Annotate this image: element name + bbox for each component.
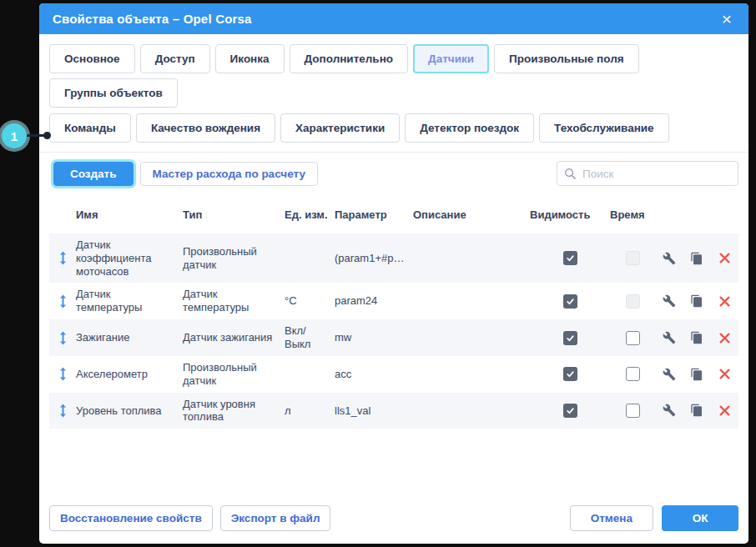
sensor-row-5: Уровень топливаДатчик уровня топливалlls… bbox=[49, 393, 738, 429]
sensor-parameter: acc bbox=[335, 363, 413, 386]
delete-sensor-icon[interactable] bbox=[718, 404, 732, 418]
time-checkbox-unchecked[interactable] bbox=[626, 331, 640, 345]
sensor-parameter: mw bbox=[335, 326, 413, 349]
row-drag-handle[interactable] bbox=[58, 367, 68, 381]
sensor-row-1: Датчик коэффициента моточасовПроизвольны… bbox=[49, 233, 738, 284]
sensor-description bbox=[413, 333, 530, 343]
delete-sensor-icon[interactable] bbox=[718, 251, 732, 265]
row-drag-handle[interactable] bbox=[58, 251, 68, 265]
tabs-section: ОсновноеДоступИконкаДополнительноДатчики… bbox=[39, 34, 748, 152]
sensor-name: Датчик температуры bbox=[76, 283, 183, 319]
sensor-properties-wrench-icon[interactable] bbox=[661, 293, 678, 309]
copy-sensor-icon[interactable] bbox=[688, 250, 705, 267]
sensor-parameter: param24 bbox=[335, 289, 413, 313]
sensor-unit bbox=[285, 369, 335, 379]
sensor-unit: Вкл/Выкл bbox=[285, 319, 335, 356]
tab-trip-detector[interactable]: Детектор поездок bbox=[405, 113, 534, 143]
row-drag-handle[interactable] bbox=[58, 294, 68, 309]
time-checkbox-unchecked[interactable] bbox=[626, 404, 640, 418]
copy-sensor-icon[interactable] bbox=[688, 402, 705, 419]
sensor-row-2: Датчик температурыДатчик температуры°Cpa… bbox=[49, 283, 738, 319]
column-header-name: Имя bbox=[76, 203, 183, 227]
tab-driving-quality[interactable]: Качество вождения bbox=[136, 113, 275, 143]
column-header-param: Параметр bbox=[335, 203, 413, 227]
time-checkbox-disabled bbox=[626, 251, 640, 265]
visibility-checkbox-checked[interactable] bbox=[563, 331, 577, 345]
delete-sensor-icon[interactable] bbox=[718, 367, 732, 381]
tab-commands[interactable]: Команды bbox=[49, 113, 131, 143]
close-icon[interactable]: × bbox=[718, 8, 735, 29]
sensor-unit: л bbox=[285, 399, 335, 423]
column-header-visibility: Видимость bbox=[530, 203, 610, 227]
sensor-properties-wrench-icon[interactable] bbox=[661, 402, 678, 419]
sensor-name: Датчик коэффициента моточасов bbox=[76, 233, 183, 284]
ok-button[interactable]: ОК bbox=[662, 505, 738, 531]
column-header-unit: Ед. изм. bbox=[285, 203, 335, 227]
delete-sensor-icon[interactable] bbox=[718, 331, 732, 345]
tab-custom-fields[interactable]: Произвольные поля bbox=[494, 44, 639, 73]
row-drag-handle[interactable] bbox=[58, 404, 68, 418]
dialog-footer: Восстановление свойств Экспорт в файл От… bbox=[39, 497, 748, 544]
object-properties-dialog: Свойства объекта – Opel Corsa × Основное… bbox=[39, 3, 748, 544]
tab-icon[interactable]: Иконка bbox=[215, 44, 285, 73]
callout-badge-1: 1 bbox=[2, 123, 27, 148]
tab-access[interactable]: Доступ bbox=[140, 44, 210, 73]
column-header-description: Описание bbox=[413, 203, 530, 227]
tab-maintenance[interactable]: Техобслуживание bbox=[539, 113, 669, 143]
copy-sensor-icon[interactable] bbox=[688, 366, 705, 383]
search-icon bbox=[564, 168, 577, 180]
sensor-properties-wrench-icon[interactable] bbox=[661, 366, 678, 383]
sensor-description bbox=[413, 296, 530, 306]
column-header-type: Тип bbox=[183, 203, 285, 227]
delete-sensor-icon[interactable] bbox=[718, 294, 732, 309]
column-header-time: Время bbox=[610, 203, 655, 227]
fuel-wizard-button[interactable]: Мастер расхода по расчету bbox=[140, 162, 318, 186]
sensor-type: Произвольный датчик bbox=[183, 240, 285, 277]
search-input[interactable] bbox=[582, 168, 731, 180]
dialog-title: Свойства объекта – Opel Corsa bbox=[53, 12, 252, 26]
time-checkbox-disabled bbox=[626, 294, 640, 309]
copy-sensor-icon[interactable] bbox=[688, 329, 705, 346]
sensor-unit: °C bbox=[285, 289, 335, 313]
copy-sensor-icon[interactable] bbox=[688, 293, 705, 309]
tab-sensors[interactable]: Датчики bbox=[413, 44, 489, 73]
sensor-description bbox=[413, 405, 530, 415]
sensor-description bbox=[413, 369, 530, 379]
sensor-type: Датчик температуры bbox=[183, 283, 285, 319]
table-body: Датчик коэффициента моточасовПроизвольны… bbox=[49, 233, 738, 429]
sensor-type: Датчик уровня топлива bbox=[183, 393, 285, 429]
sensor-description bbox=[413, 253, 530, 263]
visibility-checkbox-checked[interactable] bbox=[563, 367, 577, 381]
sensor-row-3: ЗажиганиеДатчик зажиганияВкл/Выклmw bbox=[49, 319, 738, 356]
cancel-button[interactable]: Отмена bbox=[570, 505, 653, 531]
tab-characteristics[interactable]: Характеристики bbox=[280, 113, 400, 143]
table-header-row: Имя Тип Ед. изм. Параметр Описание Видим… bbox=[49, 196, 738, 233]
visibility-checkbox-checked[interactable] bbox=[563, 404, 577, 418]
time-checkbox-unchecked[interactable] bbox=[626, 367, 640, 381]
sensor-name: Акселерометр bbox=[76, 363, 183, 386]
callout-connector-dot bbox=[43, 132, 51, 139]
visibility-checkbox-checked[interactable] bbox=[563, 294, 577, 309]
dialog-titlebar: Свойства объекта – Opel Corsa × bbox=[39, 3, 748, 34]
visibility-checkbox-checked[interactable] bbox=[563, 251, 577, 265]
row-drag-handle[interactable] bbox=[58, 331, 68, 345]
sensors-table: Имя Тип Ед. изм. Параметр Описание Видим… bbox=[49, 196, 738, 429]
restore-properties-button[interactable]: Восстановление свойств bbox=[49, 505, 213, 531]
export-to-file-button[interactable]: Экспорт в файл bbox=[220, 505, 331, 531]
tabs-row-2: КомандыКачество вожденияХарактеристикиДе… bbox=[49, 113, 738, 143]
sensor-unit bbox=[285, 253, 335, 263]
sensor-type: Произвольный датчик bbox=[183, 356, 285, 393]
tab-main[interactable]: Основное bbox=[49, 44, 135, 73]
sensor-name: Зажигание bbox=[76, 326, 183, 349]
sensor-properties-wrench-icon[interactable] bbox=[661, 250, 678, 267]
sensor-row-4: АкселерометрПроизвольный датчикacc bbox=[49, 356, 738, 393]
sensor-parameter: lls1_val bbox=[335, 399, 413, 423]
sensor-properties-wrench-icon[interactable] bbox=[661, 329, 678, 346]
tab-advanced[interactable]: Дополнительно bbox=[290, 44, 409, 73]
sensors-toolbar: Создать Мастер расхода по расчету bbox=[39, 152, 748, 194]
sensor-type: Датчик зажигания bbox=[183, 326, 285, 349]
tabs-row-1: ОсновноеДоступИконкаДополнительноДатчики… bbox=[49, 44, 738, 108]
create-sensor-button[interactable]: Создать bbox=[53, 162, 134, 186]
search-box[interactable] bbox=[557, 161, 738, 186]
tab-unit-groups[interactable]: Группы объектов bbox=[49, 78, 178, 108]
